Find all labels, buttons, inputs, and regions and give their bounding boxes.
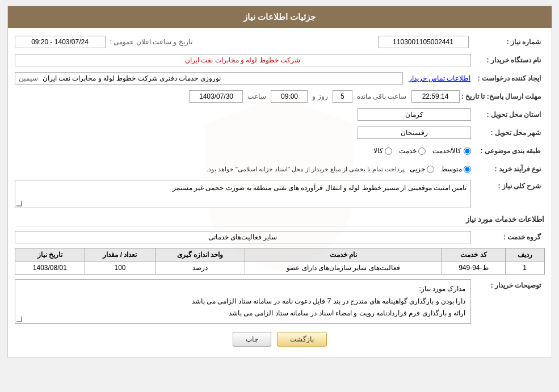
service-group-label: گروه خدمت :: [471, 233, 545, 241]
back-button[interactable]: بازگشت: [277, 332, 327, 347]
service-group-value: سایر فعالیت‌های خدماتی: [15, 231, 471, 243]
purchase-option-jozei[interactable]: جزیی: [410, 165, 434, 173]
services-table: ردیف کد خدمت نام خدمت واحد اندازه گیری ت…: [15, 248, 545, 275]
col-header-date: تاریخ نیاز: [15, 248, 85, 262]
general-desc-label: شرح کلی نیاز :: [471, 180, 545, 190]
city-label: شهر محل تحویل :: [471, 129, 545, 137]
creator-company: نوروزی خدمات دفتری شرکت خطوط لوله و مخاب…: [15, 72, 403, 85]
cell-qty-1: 100: [85, 262, 155, 275]
province-label: استان محل تحویل :: [471, 111, 545, 119]
category-option-khedmat[interactable]: خدمت: [399, 147, 426, 155]
purchase-type-label: نوع فرآیند خرید :: [471, 165, 545, 173]
need-number-value: 1103001105002441: [378, 36, 469, 48]
buyer-notes-line2: دارا بودن و بارگذاری گواهینامه های مندرج…: [20, 296, 466, 308]
deadline-day-label: روز و: [312, 92, 327, 100]
need-number-label: شماره نیاز :: [471, 38, 545, 46]
services-section-title: اطلاعات خدمات مورد نیاز: [15, 215, 545, 226]
category-option-kala[interactable]: کالا: [373, 147, 392, 155]
deadline-time-label: ساعت: [247, 92, 266, 100]
creator-label: ایجاد کننده درخواست :: [471, 74, 545, 82]
date-value: 1403/07/24 - 09:20: [15, 36, 106, 48]
buyer-notes-line3: ارائه و بارگذاری فرم قراردادنامه رویت و …: [20, 307, 466, 320]
cell-row-1: 1: [505, 262, 544, 275]
purchase-type-radio-group: متوسط جزیی: [410, 165, 471, 173]
contact-link[interactable]: اطلاعات تماس خریدار: [409, 74, 471, 82]
col-header-row: ردیف: [505, 248, 544, 262]
deadline-label: مهلت ارسال پاسخ: تا تاریخ :: [460, 92, 545, 100]
col-header-qty: تعداد / مقدار: [85, 248, 155, 262]
action-buttons: بازگشت چاپ: [15, 332, 545, 347]
col-header-unit: واحد اندازه گیری: [155, 248, 245, 262]
page-title: جزئیات اطلاعات نیاز: [243, 12, 316, 22]
col-header-code: کد خدمت: [442, 248, 505, 262]
category-radio-group: کالا/خدمت خدمت کالا: [373, 147, 470, 155]
deadline-time: 09:00: [271, 90, 308, 103]
table-row: 1 ط-94-949 فعالیت‌های سایر سازمان‌های دا…: [15, 262, 544, 275]
page-header: جزئیات اطلاعات نیاز: [8, 6, 552, 28]
cell-name-1: فعالیت‌های سایر سازمان‌های دارای عضو: [245, 262, 442, 275]
general-desc-value: تامین امنیت موقعیتی از مسیر خطوط لوله و …: [15, 180, 471, 208]
buyer-company: شرکت خطوط لوله و مخابرات نفت ایران: [15, 54, 471, 66]
category-option-kala-khedmat[interactable]: کالا/خدمت: [432, 147, 470, 155]
province-value: کرمان: [358, 108, 471, 121]
col-header-name: نام خدمت: [245, 248, 442, 262]
cell-date-1: 1403/08/01: [15, 262, 85, 275]
buyer-notes-line1: مدارک مورد نیاز:: [20, 283, 466, 296]
cell-unit-1: درصد: [155, 262, 245, 275]
purchase-option-mutavasset[interactable]: متوسط: [441, 165, 471, 173]
purchase-note: پرداخت تمام یا بخشی از مبلغ خریدار از مح…: [207, 166, 405, 173]
cell-code-1: ط-94-949: [442, 262, 505, 275]
city-value: رفسنجان: [358, 127, 471, 139]
buyer-notes: مدارک مورد نیاز: دارا بودن و بارگذاری گو…: [15, 279, 471, 324]
deadline-days: 5: [333, 90, 352, 103]
category-label: طبقه بندی موضوعی :: [471, 147, 545, 155]
date-label: تاریخ و ساعت اعلان عمومی :: [110, 38, 192, 46]
print-button[interactable]: چاپ: [233, 332, 271, 347]
countdown-value: 22:59:14: [411, 90, 460, 103]
buyer-org-label: نام دستگاه خریدار :: [471, 56, 545, 64]
countdown-label: ساعت باقی مانده: [357, 92, 407, 100]
deadline-date: 1403/07/30: [189, 90, 243, 103]
buyer-notes-label: توصیحات خریدار :: [471, 279, 545, 289]
